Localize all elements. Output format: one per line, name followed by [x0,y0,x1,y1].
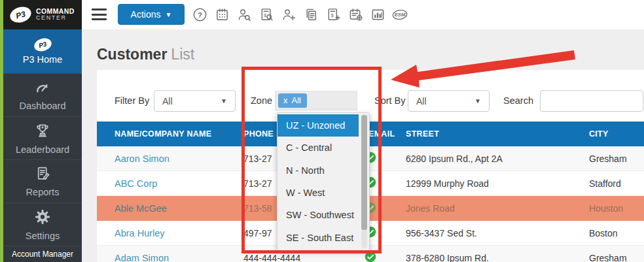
street-cell: 6280 Ipsum Rd., Apt 2A [404,154,587,164]
svg-text:ESM: ESM [395,12,406,18]
search-input[interactable] [540,90,643,112]
zone-chip: x All [278,93,307,108]
add-appointment-icon[interactable] [348,7,363,23]
chevron-down-icon: ▼ [166,11,172,18]
top-bar: P3 COMMAND CENTER Actions▼ ? $ $ [3,0,644,29]
brand-green-strip [0,0,3,262]
column-header-street[interactable]: STREET [404,129,587,139]
sidebar-item-label: Reports [26,187,60,197]
p3-icon: P3 [32,36,53,53]
gauge-icon [34,80,52,97]
svg-text:$: $ [331,12,334,18]
reports-chart-icon[interactable] [370,7,385,23]
customer-name-link[interactable]: Able McGee [115,203,167,214]
customer-name-link[interactable]: Adam Simon [115,253,169,262]
sidebar-item-p3-home[interactable]: P3 P3 Home [3,29,82,73]
table-body: Aaron Simon 713-27 6280 Ipsum Rd., Apt 2… [97,146,644,262]
scrollbar-thumb[interactable] [361,115,367,230]
add-invoice-icon[interactable]: $ [325,7,341,23]
table-row[interactable]: Adam Simon 444-444-4444 378-6280 Ipsum R… [97,246,644,262]
city-cell: Gresham [587,154,644,164]
invoice-search-icon[interactable]: $ [259,7,274,23]
table-header: NAME/COMPANY NAME PHONE EMAIL STREET CIT… [97,122,644,146]
customer-name-link[interactable]: Aaron Simon [115,154,170,164]
column-header-city[interactable]: CITY [587,129,644,139]
sort-by-select[interactable]: All▼ [408,90,490,112]
sidebar-item-label: P3 Home [23,54,62,65]
zone-label: Zone [251,90,272,112]
copy-documents-icon[interactable] [303,7,319,23]
actions-button[interactable]: Actions▼ [118,4,185,25]
table-row-highlighted[interactable]: Able McGee 713-58 Jones Road Houston [97,196,644,221]
customer-search-icon[interactable] [236,7,252,23]
chevron-down-icon: ▼ [221,97,227,105]
zone-option-southeast[interactable]: SE - South East [277,227,359,249]
p3-logo-icon: P3 [8,4,33,25]
filter-by-select[interactable]: All▼ [154,90,236,112]
logo-text-center: CENTER [36,15,75,21]
filter-by-label: Filter By [115,90,149,112]
calendar-icon[interactable] [214,7,230,23]
add-customer-icon[interactable] [281,7,296,23]
zone-option-west[interactable]: W - West [277,182,359,204]
sidebar-item-label: Leaderboard [16,144,69,155]
sidebar: P3 P3 Home Dashboard ★ Leaderboard Repor… [3,29,82,262]
sort-by-label: Sort By [374,90,406,112]
sidebar-item-dashboard[interactable]: Dashboard [3,73,82,116]
sidebar-item-leaderboard[interactable]: ★ Leaderboard [3,116,82,159]
customer-list-panel: Filter By All▼ Zone x All Sort By All▼ S… [97,70,644,262]
zone-option-southwest[interactable]: SW - Southwest [277,204,359,226]
zone-option-north[interactable]: N - North [277,159,359,182]
sidebar-item-reports[interactable]: Reports [3,159,82,203]
page-title: CustomerList [97,46,194,63]
chip-label: All [292,95,301,105]
chevron-down-icon: ▼ [474,97,481,105]
trophy-icon: ★ [34,122,51,141]
zone-multiselect[interactable]: x All [275,91,357,110]
sidebar-item-label: Settings [26,231,60,241]
zone-dropdown-panel: UZ - Unzoned C - Central N - North W - W… [277,112,370,251]
esm-icon[interactable]: ESM [392,7,408,23]
street-cell: Jones Road [404,203,587,214]
table-row[interactable]: ABC Corp 713-27 12999 Murphy Road Staffo… [97,171,644,196]
sidebar-item-label: Dashboard [20,101,66,111]
column-header-name[interactable]: NAME/COMPANY NAME [115,129,243,139]
svg-text:$: $ [263,12,266,18]
table-row[interactable]: Abra Hurley 497-97 956-3437 Sed St. Bost… [97,221,644,246]
city-cell: Houston [587,203,644,214]
street-cell: 956-3437 Sed St. [404,228,587,238]
dropdown-scrollbar[interactable] [361,115,367,248]
customer-name-link[interactable]: Abra Hurley [115,228,165,238]
svg-text:★: ★ [41,125,44,129]
report-icon [35,165,51,184]
street-cell: 12999 Murphy Road [404,178,587,189]
email-verified-icon [365,251,376,262]
zone-option-unzoned[interactable]: UZ - Unzoned [277,114,359,137]
city-cell: Stafford [587,178,644,189]
phone-cell: 444-444-4444 [243,253,361,262]
sidebar-item-account-manager[interactable]: Account Manager [3,246,82,262]
gear-icon [34,208,51,227]
street-cell: 378-6280 Ipsum Rd. [404,253,587,262]
sidebar-item-settings[interactable]: Settings [3,203,82,246]
city-cell: Gresham [587,253,644,262]
menu-icon[interactable] [92,8,107,20]
customer-name-link[interactable]: ABC Corp [115,178,157,189]
search-label: Search [503,90,533,112]
main-content: CustomerList Filter By All▼ Zone x All S… [82,29,644,262]
city-cell: Boston [587,228,644,238]
app-logo[interactable]: P3 COMMAND CENTER [3,0,82,29]
help-icon[interactable]: ? [192,7,207,23]
chip-remove-icon[interactable]: x [283,95,288,105]
zone-option-central[interactable]: C - Central [277,137,359,159]
svg-text:?: ? [197,11,202,19]
table-row[interactable]: Aaron Simon 713-27 6280 Ipsum Rd., Apt 2… [97,146,644,171]
